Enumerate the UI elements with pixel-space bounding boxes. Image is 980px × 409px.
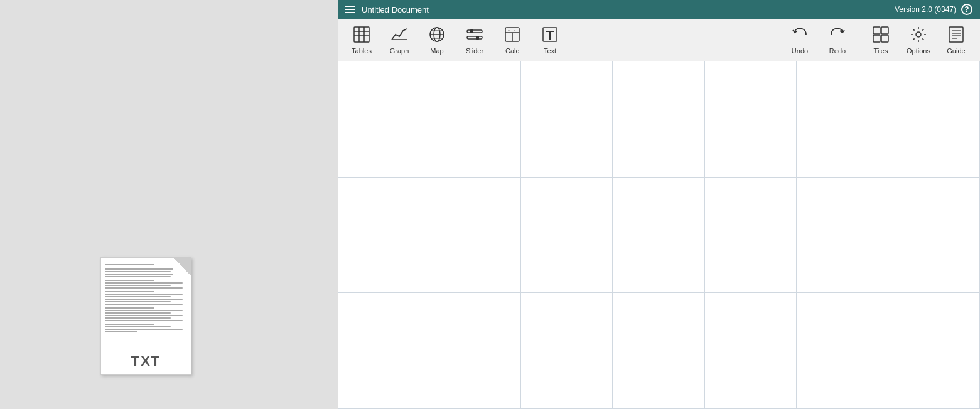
calc-label: Calc: [505, 47, 519, 55]
svg-rect-26: [881, 35, 888, 42]
guide-label: Guide: [947, 47, 965, 55]
document-title: Untitled Document: [362, 5, 429, 14]
slider-icon: [466, 26, 483, 46]
grid-cell[interactable]: [521, 293, 613, 351]
grid-cell[interactable]: [521, 351, 613, 409]
tables-label: Tables: [352, 47, 372, 55]
map-icon: [428, 26, 446, 46]
text-label: Text: [544, 47, 556, 55]
svg-text:+: +: [508, 28, 510, 32]
svg-point-27: [916, 32, 921, 37]
svg-rect-12: [467, 36, 482, 39]
redo-label: Redo: [829, 47, 846, 55]
grid-cell[interactable]: [888, 119, 980, 177]
grid-cell[interactable]: [521, 235, 613, 293]
grid-cell[interactable]: [429, 119, 521, 177]
menu-icon[interactable]: [345, 6, 355, 13]
text-button[interactable]: Text: [531, 19, 569, 61]
grid-cell[interactable]: [888, 235, 980, 293]
toolbar: Tables Graph: [338, 19, 980, 61]
grid-cell[interactable]: [521, 119, 613, 177]
grid-cell[interactable]: [705, 119, 797, 177]
grid-cell[interactable]: [338, 178, 429, 235]
grid-cell[interactable]: [797, 119, 888, 177]
undo-button[interactable]: Undo: [781, 19, 819, 61]
grid-cell[interactable]: [797, 178, 888, 235]
guide-icon: [947, 26, 965, 46]
grid-cell[interactable]: [429, 293, 521, 351]
graph-icon: [390, 26, 408, 46]
left-panel: TXT: [0, 0, 338, 409]
redo-button[interactable]: Redo: [819, 19, 856, 61]
doc-txt-label: TXT: [101, 351, 191, 373]
grid-cell[interactable]: [613, 293, 704, 351]
grid-cell[interactable]: [797, 293, 888, 351]
slider-label: Slider: [466, 47, 483, 55]
grid-cell[interactable]: [705, 235, 797, 293]
grid-area: [338, 61, 980, 409]
grid-cell[interactable]: [429, 235, 521, 293]
grid-cell[interactable]: [888, 61, 980, 119]
grid-cell[interactable]: [613, 119, 704, 177]
undo-icon: [791, 26, 809, 46]
guide-button[interactable]: Guide: [937, 19, 975, 61]
options-icon: [910, 26, 927, 46]
title-bar: Untitled Document Version 2.0 (0347) ?: [338, 0, 980, 19]
grid-cell[interactable]: [797, 235, 888, 293]
grid-cell[interactable]: [613, 351, 704, 409]
svg-rect-13: [470, 29, 473, 33]
grid-cell[interactable]: [888, 178, 980, 235]
options-button[interactable]: Options: [900, 19, 937, 61]
doc-paper: TXT: [100, 257, 191, 375]
svg-text:-: -: [514, 28, 515, 32]
title-bar-right: Version 2.0 (0347) ?: [895, 4, 972, 15]
svg-rect-25: [873, 35, 880, 42]
svg-rect-23: [873, 27, 880, 34]
tiles-label: Tiles: [874, 47, 888, 55]
grid-cell[interactable]: [338, 235, 429, 293]
graph-label: Graph: [390, 47, 409, 55]
grid-cell[interactable]: [613, 61, 704, 119]
grid-cell[interactable]: [521, 61, 613, 119]
version-label: Version 2.0 (0347): [895, 5, 956, 14]
graph-button[interactable]: Graph: [380, 19, 418, 61]
help-button[interactable]: ?: [961, 4, 972, 15]
svg-rect-0: [354, 27, 369, 42]
doc-thumbnail: TXT: [100, 257, 198, 383]
calc-icon: + -: [503, 26, 521, 46]
tiles-button[interactable]: Tiles: [862, 19, 900, 61]
svg-rect-11: [467, 30, 482, 33]
grid-cell[interactable]: [429, 61, 521, 119]
grid-cell[interactable]: [429, 351, 521, 409]
grid-cell[interactable]: [429, 178, 521, 235]
grid-cell[interactable]: [613, 178, 704, 235]
slider-button[interactable]: Slider: [456, 19, 493, 61]
toolbar-right: Undo Redo: [781, 19, 975, 61]
grid-cell[interactable]: [338, 61, 429, 119]
map-label: Map: [430, 47, 443, 55]
toolbar-separator: [859, 24, 859, 56]
grid-cell[interactable]: [888, 351, 980, 409]
grid-cell[interactable]: [613, 235, 704, 293]
grid-cell[interactable]: [705, 178, 797, 235]
grid-cell[interactable]: [521, 178, 613, 235]
grid-cell[interactable]: [888, 293, 980, 351]
grid-cell[interactable]: [797, 61, 888, 119]
svg-rect-28: [949, 27, 963, 42]
calc-button[interactable]: + - Calc: [493, 19, 531, 61]
grid-cell[interactable]: [338, 119, 429, 177]
grid-cell[interactable]: [705, 351, 797, 409]
svg-rect-24: [881, 27, 888, 34]
grid-cell[interactable]: [797, 351, 888, 409]
options-label: Options: [907, 47, 930, 55]
grid-canvas: [338, 61, 980, 409]
tiles-icon: [872, 26, 890, 46]
grid-cell[interactable]: [705, 293, 797, 351]
grid-cell[interactable]: [338, 351, 429, 409]
title-bar-left: Untitled Document: [345, 5, 429, 14]
redo-icon: [829, 26, 846, 46]
tables-button[interactable]: Tables: [343, 19, 380, 61]
grid-cell[interactable]: [705, 61, 797, 119]
map-button[interactable]: Map: [418, 19, 456, 61]
grid-cell[interactable]: [338, 293, 429, 351]
